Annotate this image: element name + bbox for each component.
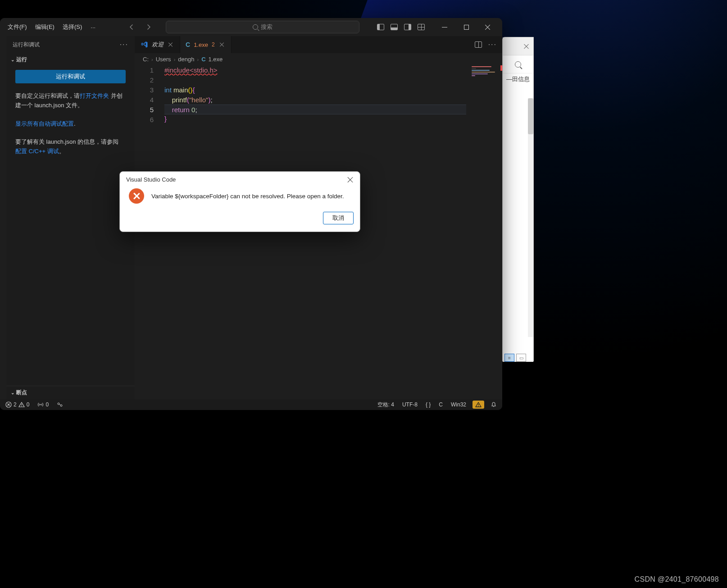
chevron-right-icon: ›: [197, 57, 199, 62]
status-encoding[interactable]: UTF-8: [400, 401, 419, 408]
window-maximize-button[interactable]: [455, 20, 477, 34]
svg-point-7: [478, 406, 479, 407]
menu-more[interactable]: ···: [86, 21, 100, 33]
sidebar-para-1: 要自定义运行和调试，请打开文件夹 并创建一个 launch.json 文件。: [15, 91, 126, 110]
error-icon: [129, 188, 144, 204]
svg-point-3: [40, 404, 41, 405]
chevron-down-icon: ⌄: [11, 390, 14, 395]
toggle-panel-right-icon[interactable]: [404, 24, 411, 30]
chevron-right-icon: ›: [174, 57, 176, 62]
view-split-icon[interactable]: ▭: [516, 354, 526, 362]
svg-point-5: [60, 405, 62, 406]
tab-file[interactable]: C 1.exe 2: [180, 36, 232, 53]
c-file-icon: C: [201, 56, 205, 63]
c-file-icon: C: [186, 41, 190, 48]
section-breakpoints[interactable]: ⌄ 断点: [6, 386, 135, 399]
code-editor[interactable]: 1 2 3 4 5 6 #include<stdio.h> int main()…: [135, 65, 502, 399]
open-folder-link[interactable]: 打开文件夹: [80, 92, 109, 99]
close-icon: [485, 24, 491, 30]
search-button[interactable]: [503, 55, 533, 73]
sidebar-para-3: 要了解有关 launch.json 的信息，请参阅 配置 C/C++ 调试。: [15, 137, 126, 156]
menu-select[interactable]: 选择(S): [59, 20, 86, 34]
code-line: printf("hello");: [164, 95, 466, 105]
status-platform[interactable]: Win32: [449, 401, 468, 408]
sidebar-para-2: 显示所有自动调试配置.: [15, 119, 126, 129]
customize-layout-icon[interactable]: [418, 24, 425, 30]
scrollbar-thumb[interactable]: [528, 98, 533, 134]
info-label: —田信息: [506, 75, 530, 83]
code-line-current: return 0;: [164, 105, 466, 114]
nav-forward-button[interactable]: [144, 23, 153, 32]
error-dialog: Visual Studio Code Variable ${workspaceF…: [119, 171, 360, 232]
error-marker: [500, 65, 502, 71]
status-warning-badge[interactable]: [473, 401, 484, 409]
code-line: [164, 75, 466, 85]
tab-close-button[interactable]: [167, 41, 174, 48]
status-spaces[interactable]: 空格: 4: [376, 401, 396, 409]
code-line: #include<stdio.h>: [164, 65, 466, 75]
activity-bar: [0, 36, 6, 399]
status-language[interactable]: C: [437, 401, 445, 408]
code-line: }: [164, 114, 466, 124]
close-icon[interactable]: [524, 44, 529, 49]
status-ports[interactable]: 0: [36, 401, 50, 408]
toggle-panel-left-icon[interactable]: [377, 24, 384, 30]
warning-icon: [475, 401, 482, 408]
run-debug-button[interactable]: 运行和调试: [15, 70, 126, 83]
command-center-search[interactable]: 搜索: [166, 21, 359, 33]
window-minimize-button[interactable]: [434, 20, 455, 34]
tab-welcome-label: 欢迎: [152, 41, 164, 49]
tab-welcome[interactable]: 欢迎: [135, 36, 180, 53]
search-icon: [253, 24, 258, 30]
breadcrumb-dengh: dengh: [178, 56, 194, 63]
configure-c-debug-link[interactable]: 配置 C/C++ 调试: [15, 148, 59, 155]
close-icon: [220, 42, 224, 47]
search-placeholder: 搜索: [261, 23, 273, 31]
menu-file[interactable]: 文件(F): [4, 20, 31, 34]
warning-icon: [18, 401, 25, 408]
chevron-down-icon: ⌄: [11, 57, 14, 62]
svg-point-2: [21, 406, 22, 406]
minimap[interactable]: [472, 66, 499, 80]
watermark: CSDN @2401_87600498: [635, 575, 719, 583]
sidebar-more-button[interactable]: ···: [120, 41, 128, 49]
statusbar: 2 0 0 空格: 4 UTF-8 { } C Win32: [0, 399, 502, 410]
cancel-button[interactable]: 取消: [323, 212, 354, 224]
view-list-icon[interactable]: ≡: [504, 354, 514, 362]
breadcrumb[interactable]: C:› Users› dengh› C 1.exe: [135, 53, 502, 65]
chevron-right-icon: ›: [151, 57, 153, 62]
dialog-close-button[interactable]: [347, 177, 354, 183]
window-close-button[interactable]: [477, 20, 499, 34]
section-breakpoints-label: 断点: [16, 389, 27, 397]
secondary-window: —田信息 ≡ ▭: [502, 37, 534, 361]
split-editor-icon[interactable]: [475, 41, 482, 48]
show-auto-configs-link[interactable]: 显示所有自动调试配置: [15, 120, 74, 127]
nav-back-button[interactable]: [127, 23, 136, 32]
code-content: #include<stdio.h> int main(){ printf("he…: [164, 65, 466, 124]
vscode-icon: [140, 41, 148, 49]
tab-more-button[interactable]: ···: [488, 41, 497, 49]
line-gutter: 1 2 3 4 5 6: [135, 65, 163, 125]
radio-tower-icon: [37, 401, 44, 408]
status-braces[interactable]: { }: [424, 401, 432, 408]
sidebar-title: 运行和调试 ···: [6, 36, 135, 53]
toggle-panel-bottom-icon[interactable]: [391, 24, 398, 30]
status-errors[interactable]: 2 0: [4, 401, 31, 408]
tab-problems-badge: 2: [212, 41, 215, 48]
search-icon: [515, 61, 521, 68]
dialog-message: Variable ${workspaceFolder} can not be r…: [151, 193, 344, 200]
status-live-share[interactable]: [55, 401, 65, 408]
tab-file-label: 1.exe: [194, 41, 208, 48]
menu-edit[interactable]: 编辑(E): [31, 20, 59, 34]
svg-point-4: [58, 403, 59, 405]
tab-close-button[interactable]: [218, 41, 226, 48]
editor-tabs: 欢迎 C 1.exe 2 ···: [135, 36, 502, 53]
status-notifications[interactable]: [489, 401, 499, 408]
bell-icon: [491, 401, 497, 408]
section-run[interactable]: ⌄ 运行: [6, 53, 135, 66]
breadcrumb-c: C:: [143, 56, 149, 63]
breadcrumb-file: 1.exe: [209, 56, 223, 63]
section-run-label: 运行: [16, 56, 27, 64]
maximize-icon: [464, 25, 469, 30]
live-share-icon: [57, 401, 63, 408]
